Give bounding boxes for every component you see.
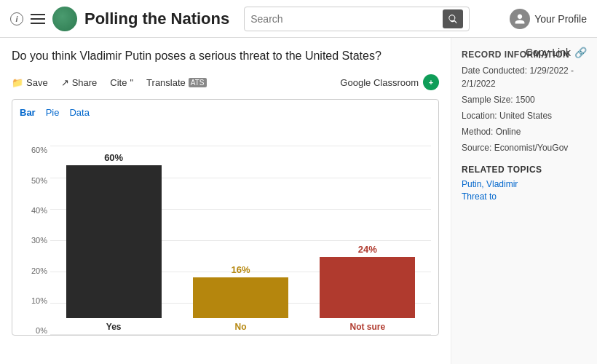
save-label: Save: [26, 77, 48, 88]
bar-yes-rect: [66, 165, 162, 318]
bar-no: 16% No: [177, 146, 304, 335]
save-button[interactable]: 📁 Save: [12, 77, 48, 88]
info-icon[interactable]: i: [10, 12, 23, 25]
y-label-30: 30%: [20, 236, 50, 245]
left-panel: Do you think Vladimir Putin poses a seri…: [0, 38, 451, 364]
right-panel: RECORD INFORMATION Date Conducted: 1/29/…: [451, 38, 597, 364]
translate-badge: ATS: [189, 78, 207, 87]
toolbar: 📁 Save ↗ Share Cite " Translate ATS Goog…: [12, 74, 439, 90]
related-topic-putin[interactable]: Putin, Vladimir: [462, 179, 587, 189]
bar-not-sure: 24% Not sure: [304, 146, 431, 335]
search-button[interactable]: [443, 9, 463, 28]
profile-avatar-icon: [510, 9, 530, 29]
globe-icon: [52, 7, 77, 31]
y-label-10: 10%: [20, 296, 50, 305]
record-date: Date Conducted: 1/29/2022 - 2/1/2022: [462, 64, 587, 90]
google-classroom-button[interactable]: Google Classroom +: [340, 74, 439, 90]
copy-link-label: Copy Link: [526, 47, 571, 58]
translate-button[interactable]: Translate ATS: [146, 77, 206, 88]
site-title: Polling the Nations: [84, 9, 229, 28]
profile-area[interactable]: Your Profile: [510, 9, 587, 29]
google-classroom-icon: +: [423, 74, 439, 90]
related-topics-title: RELATED TOPICS: [462, 165, 587, 175]
translate-label: Translate: [146, 77, 186, 88]
save-icon: 📁: [12, 77, 23, 88]
related-topics: RELATED TOPICS Putin, Vladimir Threat to: [462, 165, 587, 202]
y-label-20: 20%: [20, 266, 50, 275]
record-location: Location: United States: [462, 109, 587, 122]
chart-area: Bar Pie Data 60% 50% 40% 30% 20% 10% 0%: [12, 99, 439, 336]
profile-label: Your Profile: [534, 13, 587, 25]
bars-wrapper: 60% Yes 16% No: [50, 146, 431, 335]
header: i Polling the Nations Your Profile: [0, 0, 597, 38]
question-title: Do you think Vladimir Putin poses a seri…: [12, 48, 419, 64]
chart-tabs: Bar Pie Data: [20, 107, 431, 118]
google-classroom-label: Google Classroom: [340, 77, 419, 88]
cite-icon: ": [130, 77, 133, 88]
bar-yes-pct: 60%: [104, 152, 123, 163]
bar-not-sure-pct: 24%: [358, 244, 377, 255]
related-topic-threat[interactable]: Threat to: [462, 191, 587, 202]
bar-yes-label: Yes: [106, 322, 122, 335]
bar-yes: 60% Yes: [50, 146, 177, 335]
hamburger-menu-icon[interactable]: [31, 14, 45, 24]
search-input[interactable]: [250, 13, 443, 25]
bar-not-sure-rect: [320, 257, 415, 318]
share-button[interactable]: ↗ Share: [61, 77, 98, 88]
y-label-0: 0%: [20, 326, 50, 335]
search-bar: [244, 7, 470, 31]
bar-no-label: No: [234, 322, 246, 335]
share-icon: ↗: [61, 77, 69, 88]
bar-no-pct: 16%: [231, 264, 250, 275]
bars-area: 60% Yes 16% No: [50, 146, 431, 335]
tab-bar[interactable]: Bar: [20, 107, 36, 118]
bar-not-sure-label: Not sure: [349, 322, 385, 335]
chart-container: 60% 50% 40% 30% 20% 10% 0%: [20, 124, 431, 335]
record-method: Method: Online: [462, 125, 587, 138]
bar-no-rect: [193, 277, 288, 318]
record-source: Source: Economist/YouGov: [462, 141, 587, 154]
copy-link-area[interactable]: Copy Link 🔗: [526, 47, 587, 58]
tab-pie[interactable]: Pie: [46, 107, 60, 118]
y-label-40: 40%: [20, 206, 50, 215]
y-label-50: 50%: [20, 176, 50, 185]
record-sample: Sample Size: 1500: [462, 93, 587, 106]
cite-label: Cite: [110, 77, 127, 88]
copy-link-icon: 🔗: [574, 47, 587, 58]
cite-button[interactable]: Cite ": [110, 77, 133, 88]
tab-data[interactable]: Data: [69, 107, 89, 118]
share-label: Share: [72, 77, 98, 88]
y-axis: 60% 50% 40% 30% 20% 10% 0%: [20, 146, 50, 335]
y-label-60: 60%: [20, 146, 50, 154]
record-info: RECORD INFORMATION Date Conducted: 1/29/…: [462, 48, 587, 154]
